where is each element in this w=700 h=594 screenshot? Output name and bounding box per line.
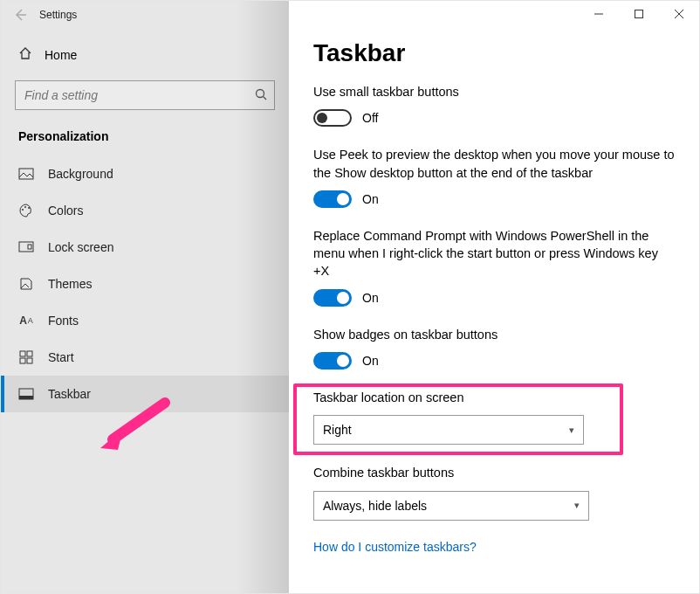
setting-badges: Show badges on taskbar buttons On — [313, 326, 675, 370]
sidebar-item-background[interactable]: Background — [1, 155, 289, 192]
toggle-badges[interactable] — [313, 352, 352, 370]
setting-label: Combine taskbar buttons — [313, 464, 675, 481]
toggle-state-text: Off — [362, 111, 378, 125]
window-controls — [579, 1, 699, 27]
svg-line-1 — [264, 97, 267, 100]
chevron-down-icon: ▾ — [574, 500, 580, 511]
sidebar-item-label: Colors — [48, 204, 83, 218]
sidebar-item-themes[interactable]: Themes — [1, 266, 289, 302]
setting-label: Taskbar location on screen — [313, 389, 675, 406]
setting-label: Replace Command Prompt with Windows Powe… — [313, 227, 675, 280]
setting-label: Show badges on taskbar buttons — [313, 326, 675, 343]
sidebar-item-label: Themes — [48, 277, 93, 291]
taskbar-icon — [18, 386, 34, 402]
minimize-button[interactable] — [579, 1, 619, 27]
toggle-state-text: On — [362, 291, 379, 305]
setting-combine: Combine taskbar buttons Always, hide lab… — [313, 464, 675, 520]
help-link[interactable]: How do I customize taskbars? — [313, 540, 675, 554]
title-bar: Settings — [1, 1, 289, 29]
sidebar: Settings Home Personalization Background… — [1, 1, 289, 593]
svg-point-3 — [22, 209, 24, 211]
setting-location: Taskbar location on screen Right ▾ — [313, 389, 675, 445]
select-location[interactable]: Right ▾ — [313, 415, 584, 445]
toggle-powershell[interactable] — [313, 289, 352, 307]
maximize-button[interactable] — [619, 1, 659, 27]
search-box[interactable] — [15, 80, 275, 110]
svg-rect-9 — [27, 351, 32, 356]
nav-home[interactable]: Home — [1, 36, 289, 73]
sidebar-item-fonts[interactable]: AA Fonts — [1, 302, 289, 339]
toggle-small-buttons[interactable] — [313, 109, 352, 127]
setting-small-buttons: Use small taskbar buttons Off — [313, 83, 675, 127]
svg-point-5 — [28, 207, 30, 209]
svg-point-4 — [24, 206, 26, 208]
arrow-left-icon — [13, 8, 27, 22]
search-icon — [254, 87, 268, 104]
section-title: Personalization — [1, 122, 289, 155]
app-title: Settings — [39, 9, 77, 21]
setting-powershell: Replace Command Prompt with Windows Powe… — [313, 227, 675, 307]
svg-rect-11 — [27, 358, 32, 363]
back-button[interactable] — [1, 1, 39, 29]
toggle-state-text: On — [362, 192, 379, 206]
settings-window: Settings Home Personalization Background… — [0, 0, 700, 594]
svg-rect-15 — [635, 10, 643, 18]
select-value: Right — [323, 423, 352, 437]
svg-rect-8 — [20, 351, 25, 356]
search-input[interactable] — [15, 80, 275, 110]
select-value: Always, hide labels — [323, 499, 427, 513]
themes-icon — [18, 276, 34, 292]
nav-home-label: Home — [45, 48, 77, 62]
select-combine[interactable]: Always, hide labels ▾ — [313, 491, 589, 521]
sidebar-item-label: Taskbar — [48, 387, 91, 401]
toggle-state-text: On — [362, 354, 379, 368]
close-icon — [675, 10, 683, 18]
svg-rect-13 — [19, 396, 33, 399]
lockscreen-icon — [18, 239, 34, 255]
chevron-down-icon: ▾ — [569, 425, 574, 436]
minimize-icon — [594, 10, 603, 18]
sidebar-item-label: Fonts — [48, 314, 79, 328]
svg-rect-10 — [20, 358, 25, 363]
home-icon — [18, 46, 32, 63]
maximize-icon — [635, 10, 643, 18]
sidebar-item-taskbar[interactable]: Taskbar — [1, 376, 289, 412]
sidebar-item-colors[interactable]: Colors — [1, 192, 289, 229]
setting-label: Use small taskbar buttons — [313, 83, 675, 100]
page-title: Taskbar — [313, 39, 675, 67]
setting-label: Use Peek to preview the desktop when you… — [313, 146, 675, 182]
sidebar-item-label: Lock screen — [48, 240, 113, 254]
svg-point-0 — [257, 90, 264, 98]
sidebar-item-start[interactable]: Start — [1, 339, 289, 376]
main-panel: Taskbar Use small taskbar buttons Off Us… — [289, 1, 699, 593]
close-button[interactable] — [659, 1, 699, 27]
palette-icon — [18, 203, 34, 218]
sidebar-item-lockscreen[interactable]: Lock screen — [1, 229, 289, 266]
fonts-icon: AA — [18, 313, 34, 328]
svg-rect-2 — [19, 169, 33, 179]
setting-peek: Use Peek to preview the desktop when you… — [313, 146, 675, 208]
toggle-peek[interactable] — [313, 190, 352, 208]
start-icon — [18, 349, 34, 365]
sidebar-item-label: Background — [48, 167, 113, 181]
sidebar-item-label: Start — [48, 350, 74, 364]
svg-rect-7 — [28, 245, 31, 249]
picture-icon — [18, 166, 34, 182]
